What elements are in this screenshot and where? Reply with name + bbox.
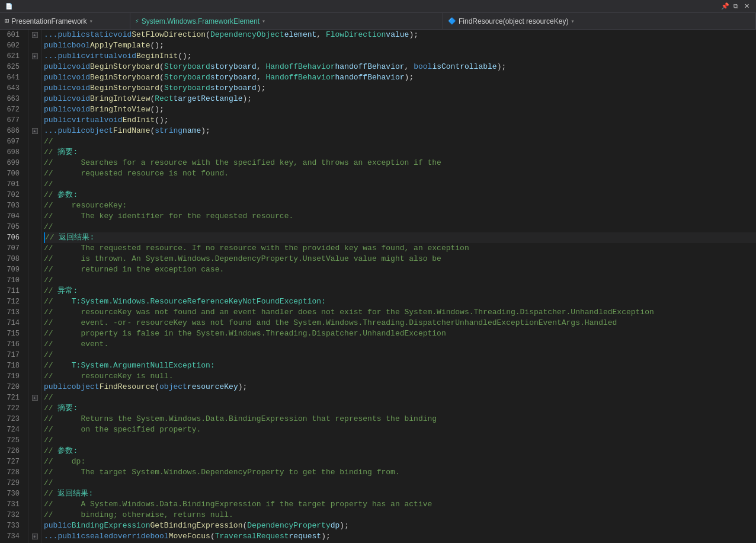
code-line[interactable]: // 摘要: <box>44 403 756 414</box>
code-line[interactable]: // <box>44 136 756 147</box>
title-bar: 📄 📌 ⧉ ✕ <box>0 0 756 13</box>
member-selector[interactable]: 🔷 FindResource(object resourceKey) ▾ <box>443 13 756 29</box>
fold-indicator <box>28 318 41 328</box>
code-line[interactable]: // Searches for a resource with the spec… <box>44 158 756 168</box>
code-line[interactable]: // requested resource is not found. <box>44 168 756 179</box>
code-line[interactable]: public void BeginStoryboard(Storyboard s… <box>44 83 756 94</box>
fold-indicator <box>28 488 41 499</box>
editor-container: 6016026216256416436636726776866976986997… <box>0 30 756 543</box>
code-line[interactable]: // <box>44 478 756 488</box>
code-line[interactable]: // resourceKey is null. <box>44 371 756 382</box>
fold-indicator[interactable]: + <box>28 531 41 542</box>
fold-indicator[interactable]: + <box>28 51 41 62</box>
nav-bar: ⊞ PresentationFramework ▾ ⚡ System.Windo… <box>0 13 756 30</box>
code-line[interactable]: // property is false in the System.Windo… <box>44 328 756 339</box>
code-line[interactable]: // <box>44 435 756 446</box>
fold-indicator <box>28 147 41 158</box>
code-line[interactable]: ...public static void SetFlowDirection(D… <box>44 30 756 40</box>
fold-indicator <box>28 115 41 126</box>
code-line[interactable]: // <box>44 350 756 360</box>
fold-button[interactable]: + <box>32 534 38 539</box>
line-number: 703 <box>0 200 23 211</box>
line-number: 672 <box>0 104 23 115</box>
code-line[interactable]: ...public sealed override bool MoveFocus… <box>44 531 756 542</box>
fold-indicator <box>28 83 41 94</box>
line-number: 663 <box>0 94 23 104</box>
code-line[interactable]: public bool ApplyTemplate(); <box>44 40 756 51</box>
code-line[interactable]: // 摘要: <box>44 147 756 158</box>
code-line[interactable]: // 参数: <box>44 190 756 200</box>
code-line[interactable]: // <box>44 392 756 403</box>
code-area[interactable]: ...public static void SetFlowDirection(D… <box>41 30 756 543</box>
line-number: 705 <box>0 222 23 232</box>
code-line[interactable]: // T:System.ArgumentNullException: <box>44 360 756 371</box>
code-line[interactable]: // 返回结果: <box>44 488 756 499</box>
code-line[interactable]: // <box>44 179 756 190</box>
code-line[interactable]: public void BringIntoView(); <box>44 104 756 115</box>
fold-indicator <box>28 211 41 222</box>
fold-button[interactable]: + <box>32 53 38 59</box>
code-line[interactable]: // binding; otherwise, returns null. <box>44 510 756 520</box>
code-line[interactable]: // The requested resource. If no resourc… <box>44 243 756 254</box>
class-selector[interactable]: ⚡ System.Windows.FrameworkElement ▾ <box>130 13 443 29</box>
code-line[interactable]: // on the specified property. <box>44 424 756 435</box>
fold-button[interactable]: + <box>32 395 38 401</box>
code-line[interactable]: public virtual void EndInit(); <box>44 115 756 126</box>
code-line[interactable]: public object FindResource(object resour… <box>44 382 756 392</box>
line-number: 728 <box>0 467 23 478</box>
fold-indicator[interactable]: + <box>28 30 41 40</box>
fold-indicator <box>28 499 41 510</box>
code-line[interactable]: // Returns the System.Windows.Data.Bindi… <box>44 414 756 424</box>
code-line[interactable]: // event. <box>44 339 756 350</box>
fold-indicator[interactable]: + <box>28 126 41 136</box>
fold-indicator[interactable]: + <box>28 392 41 403</box>
code-line[interactable]: // The target System.Windows.DependencyP… <box>44 467 756 478</box>
namespace-icon: ⊞ <box>5 17 9 25</box>
code-line[interactable]: // event. -or- resourceKey was not found… <box>44 318 756 328</box>
code-line[interactable]: // is thrown. An System.Windows.Dependen… <box>44 254 756 264</box>
code-line[interactable]: // returned in the exception case. <box>44 264 756 275</box>
code-line[interactable]: // <box>44 275 756 286</box>
member-arrow: ▾ <box>571 18 574 25</box>
line-number: 643 <box>0 83 23 94</box>
code-line[interactable]: // <box>44 222 756 232</box>
code-line[interactable]: // resourceKey was not found and an even… <box>44 307 756 318</box>
code-line[interactable]: // 参数: <box>44 446 756 456</box>
fold-indicator <box>28 222 41 232</box>
class-icon: ⚡ <box>135 17 139 25</box>
line-number: 625 <box>0 62 23 72</box>
namespace-selector[interactable]: ⊞ PresentationFramework ▾ <box>0 13 130 29</box>
line-number: 702 <box>0 190 23 200</box>
code-line[interactable]: // dp: <box>44 456 756 467</box>
float-button[interactable]: ⧉ <box>731 2 741 11</box>
fold-button[interactable]: + <box>32 32 38 38</box>
fold-indicator <box>28 232 41 243</box>
line-number: 706 <box>0 232 23 243</box>
file-icon: 📄 <box>5 2 13 11</box>
line-number: 730 <box>0 488 23 499</box>
line-number: 731 <box>0 499 23 510</box>
pin-button[interactable]: 📌 <box>720 2 730 11</box>
class-label: System.Windows.FrameworkElement <box>142 17 260 25</box>
fold-button[interactable]: + <box>32 128 38 134</box>
code-line[interactable]: // A System.Windows.Data.BindingExpressi… <box>44 499 756 510</box>
close-button[interactable]: ✕ <box>742 2 751 11</box>
code-line[interactable]: public void BeginStoryboard(Storyboard s… <box>44 62 756 72</box>
code-line[interactable]: public void BeginStoryboard(Storyboard s… <box>44 72 756 83</box>
code-line[interactable]: // T:System.Windows.ResourceReferenceKey… <box>44 296 756 307</box>
code-line[interactable]: // The key identifier for the requested … <box>44 211 756 222</box>
fold-area[interactable]: +++++++ <box>28 30 41 543</box>
code-line[interactable]: public BindingExpression GetBindingExpre… <box>44 520 756 531</box>
code-line[interactable]: ...public object FindName(string name); <box>44 126 756 136</box>
code-line[interactable]: ...public virtual void BeginInit(); <box>44 51 756 62</box>
line-number: 641 <box>0 72 23 83</box>
code-line[interactable]: // 异常: <box>44 286 756 296</box>
code-line[interactable]: // resourceKey: <box>44 200 756 211</box>
line-number: 704 <box>0 211 23 222</box>
fold-indicator <box>28 339 41 350</box>
line-number: 602 <box>0 40 23 51</box>
code-line[interactable]: public void BringIntoView(Rect targetRec… <box>44 94 756 104</box>
code-line[interactable]: // 返回结果: <box>44 232 756 243</box>
namespace-arrow: ▾ <box>89 18 93 25</box>
member-label: FindResource(object resourceKey) <box>459 17 568 25</box>
